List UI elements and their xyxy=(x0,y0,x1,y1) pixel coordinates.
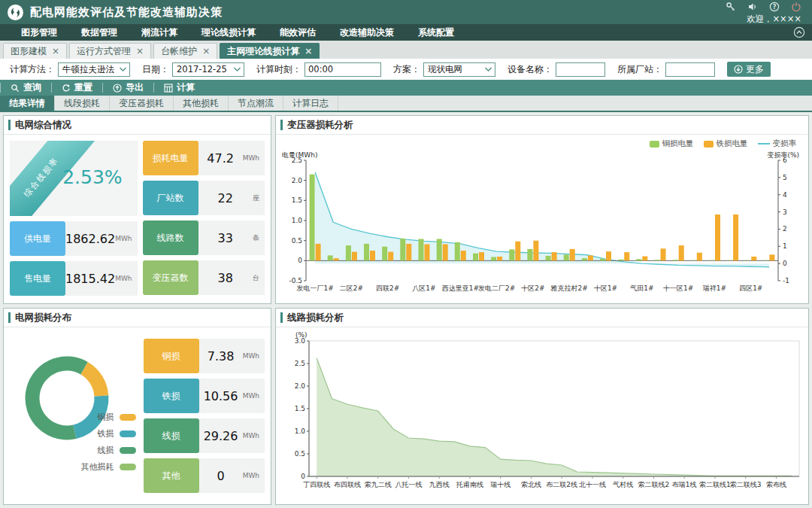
bar-copper[interactable] xyxy=(382,247,387,261)
bar-iron[interactable] xyxy=(352,252,357,261)
close-icon[interactable]: × xyxy=(52,46,59,56)
donut-legend-item[interactable]: 铁损 xyxy=(98,428,136,440)
legend-item[interactable]: 铜损电量 xyxy=(650,138,694,149)
bar-copper[interactable] xyxy=(527,249,532,261)
bar-iron[interactable] xyxy=(479,252,484,260)
bar-copper[interactable] xyxy=(636,259,641,260)
bar-copper[interactable] xyxy=(673,260,678,260)
bar-copper[interactable] xyxy=(419,239,424,261)
bar-iron[interactable] xyxy=(406,244,411,260)
station-input[interactable] xyxy=(665,62,715,77)
bar-iron[interactable] xyxy=(552,252,557,260)
donut-legend-item[interactable]: 其他损耗 xyxy=(81,461,136,473)
bar-copper[interactable] xyxy=(691,260,696,261)
chart-text: 托甫南线 xyxy=(456,481,483,488)
key-icon[interactable] xyxy=(726,2,736,12)
bar-copper[interactable] xyxy=(582,258,587,260)
nav-item[interactable]: 理论线损计算 xyxy=(201,26,256,39)
bar-iron[interactable] xyxy=(697,253,702,261)
bar-iron[interactable] xyxy=(624,252,629,260)
bar-copper[interactable] xyxy=(727,260,732,261)
subtab[interactable]: 其他损耗 xyxy=(174,96,229,111)
tab[interactable]: 图形建模× xyxy=(3,43,67,59)
subtab[interactable]: 节点潮流 xyxy=(229,96,283,111)
bar-copper[interactable] xyxy=(618,260,623,261)
help-icon[interactable]: ? xyxy=(769,2,780,12)
bar-iron[interactable] xyxy=(642,257,647,261)
bar-iron[interactable] xyxy=(533,241,538,261)
subtab[interactable]: 计算日志 xyxy=(283,96,338,111)
close-icon[interactable]: × xyxy=(136,46,144,56)
bar-copper[interactable] xyxy=(473,254,478,261)
more-button[interactable]: 更多 xyxy=(727,62,771,77)
bar-iron[interactable] xyxy=(461,251,466,260)
bar-iron[interactable] xyxy=(751,257,756,260)
bar-copper[interactable] xyxy=(364,244,369,260)
nav-item[interactable]: 能效评估 xyxy=(280,26,316,39)
nav-item[interactable]: 图形管理 xyxy=(21,26,57,39)
nav-item[interactable]: 潮流计算 xyxy=(141,26,177,39)
bar-iron[interactable] xyxy=(606,251,611,260)
reset-button[interactable]: 重置 xyxy=(51,83,102,93)
close-icon[interactable]: × xyxy=(304,46,312,56)
bar-iron[interactable] xyxy=(425,245,430,261)
subtab[interactable]: 线段损耗 xyxy=(55,96,110,111)
bar-copper[interactable] xyxy=(328,255,333,260)
donut-segment[interactable] xyxy=(32,364,84,433)
bar-copper[interactable] xyxy=(346,245,351,260)
collapse-nav-button[interactable] xyxy=(793,26,805,41)
bar-copper[interactable] xyxy=(763,260,768,261)
donut-legend-item[interactable]: 铜损 xyxy=(98,412,136,423)
bar-iron[interactable] xyxy=(515,242,520,261)
calculate-button[interactable]: 计算 xyxy=(153,83,205,93)
power-icon[interactable] xyxy=(791,2,801,12)
tab[interactable]: 主网理论线损计算× xyxy=(220,43,320,59)
bar-copper[interactable] xyxy=(509,249,514,260)
nav-item[interactable]: 改造辅助决策 xyxy=(340,26,394,39)
bar-iron[interactable] xyxy=(497,257,502,260)
bar-copper[interactable] xyxy=(455,242,460,261)
bar-iron[interactable] xyxy=(316,244,321,260)
bar-copper[interactable] xyxy=(709,260,714,261)
bar-iron[interactable] xyxy=(733,214,738,260)
chart-text: 二区2# xyxy=(340,284,363,292)
bar-iron[interactable] xyxy=(388,252,393,261)
close-icon[interactable]: × xyxy=(202,46,210,56)
donut-segment[interactable] xyxy=(84,368,102,396)
calc-method-select[interactable]: 牛顿拉夫逊法 xyxy=(58,62,130,77)
bar-iron[interactable] xyxy=(715,214,720,260)
export-button[interactable]: 导出 xyxy=(102,83,153,93)
tab[interactable]: 运行方式管理× xyxy=(69,43,151,59)
search-button[interactable]: 查询 xyxy=(0,83,51,93)
bar-iron[interactable] xyxy=(769,254,774,260)
bar-iron[interactable] xyxy=(334,258,339,260)
bar-copper[interactable] xyxy=(437,239,442,261)
donut-legend-item[interactable]: 线损 xyxy=(98,445,136,456)
legend-item[interactable]: 铁损电量 xyxy=(704,138,748,149)
legend-item[interactable]: 变损率 xyxy=(758,138,797,149)
bar-copper[interactable] xyxy=(564,254,569,260)
calc-time-input[interactable] xyxy=(304,62,381,77)
scheme-select[interactable]: 现状电网 xyxy=(423,62,495,77)
sound-icon[interactable] xyxy=(747,2,758,12)
bar-copper[interactable] xyxy=(546,256,551,260)
subtab[interactable]: 变压器损耗 xyxy=(110,96,174,111)
bar-copper[interactable] xyxy=(745,260,750,261)
bar-iron[interactable] xyxy=(370,251,375,260)
tab[interactable]: 台帐维护× xyxy=(153,43,217,59)
bar-iron[interactable] xyxy=(661,248,666,260)
bar-iron[interactable] xyxy=(588,255,593,260)
bar-copper[interactable] xyxy=(655,260,660,260)
bar-copper[interactable] xyxy=(310,175,315,261)
bar-copper[interactable] xyxy=(400,239,405,260)
bar-iron[interactable] xyxy=(443,245,448,261)
nav-item[interactable]: 数据管理 xyxy=(81,26,117,39)
bar-iron[interactable] xyxy=(679,245,684,260)
bar-copper[interactable] xyxy=(600,259,605,261)
bar-iron[interactable] xyxy=(570,249,575,261)
device-name-input[interactable] xyxy=(556,62,605,77)
bar-copper[interactable] xyxy=(491,257,496,261)
subtab[interactable]: 结果详情 xyxy=(0,96,55,111)
nav-item[interactable]: 系统配置 xyxy=(418,26,454,39)
date-select[interactable]: 2017-12-25 xyxy=(172,62,244,77)
